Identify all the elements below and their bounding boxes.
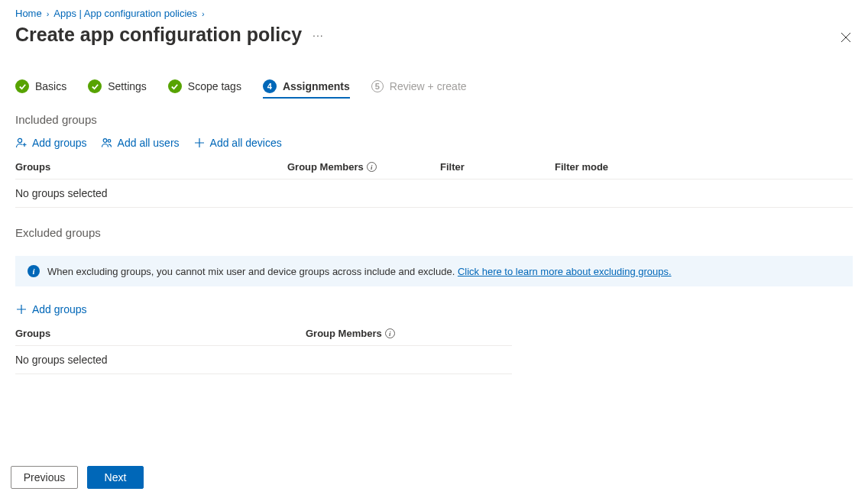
- excluded-info-text: When excluding groups, you cannot mix us…: [47, 266, 672, 277]
- wizard-step-basics[interactable]: Basics: [15, 79, 66, 93]
- next-button[interactable]: Next: [87, 466, 144, 489]
- breadcrumb-link-home[interactable]: Home: [15, 8, 42, 19]
- wizard-footer: Previous Next: [11, 466, 144, 489]
- breadcrumb-link-apps[interactable]: Apps | App configuration policies: [53, 8, 197, 19]
- plus-icon: [15, 303, 28, 315]
- svg-point-0: [18, 138, 21, 142]
- close-icon: [840, 32, 851, 43]
- column-header-members: Group Members i: [306, 328, 458, 339]
- wizard-step-label: Settings: [108, 80, 147, 92]
- people-icon: [101, 137, 113, 149]
- add-groups-label: Add groups: [32, 137, 87, 149]
- chevron-right-icon: ›: [202, 9, 205, 18]
- previous-button[interactable]: Previous: [11, 466, 78, 489]
- included-empty-row: No groups selected: [15, 179, 853, 208]
- add-groups-button-excluded[interactable]: Add groups: [15, 303, 87, 315]
- column-header-filter: Filter: [440, 161, 555, 173]
- person-add-icon: [15, 137, 28, 149]
- info-icon[interactable]: i: [367, 162, 377, 172]
- excluded-info-text-content: When excluding groups, you cannot mix us…: [47, 266, 458, 277]
- excluded-table-header: Groups Group Members i: [15, 328, 512, 346]
- checkmark-icon: [15, 79, 29, 93]
- step-number-icon: 5: [371, 80, 384, 92]
- column-header-groups: Groups: [15, 328, 306, 339]
- wizard-step-scope-tags[interactable]: Scope tags: [168, 79, 241, 93]
- chevron-right-icon: ›: [47, 9, 50, 18]
- wizard-steps: Basics Settings Scope tags 4 Assignments…: [15, 79, 853, 98]
- excluded-action-bar: Add groups: [15, 303, 853, 315]
- included-groups-heading: Included groups: [15, 113, 853, 126]
- svg-point-2: [108, 140, 111, 143]
- wizard-step-label: Review + create: [390, 80, 467, 92]
- excluded-groups-heading: Excluded groups: [15, 226, 853, 239]
- wizard-step-assignments[interactable]: 4 Assignments: [263, 79, 350, 93]
- add-all-users-button[interactable]: Add all users: [101, 137, 180, 149]
- wizard-step-review-create: 5 Review + create: [371, 80, 467, 92]
- add-all-devices-label: Add all devices: [210, 137, 282, 149]
- wizard-step-label: Scope tags: [188, 80, 241, 92]
- info-icon[interactable]: i: [385, 328, 395, 338]
- info-icon: i: [28, 265, 40, 277]
- wizard-step-label: Assignments: [283, 80, 350, 92]
- add-groups-label-excluded: Add groups: [32, 303, 87, 315]
- column-header-filter-mode: Filter mode: [555, 161, 853, 173]
- column-header-members-label: Group Members: [287, 161, 364, 173]
- excluded-empty-row: No groups selected: [15, 346, 512, 374]
- add-all-devices-button[interactable]: Add all devices: [193, 137, 282, 149]
- included-action-bar: Add groups Add all users Add all devices: [15, 137, 853, 149]
- svg-point-1: [103, 139, 107, 143]
- breadcrumb: Home › Apps | App configuration policies…: [15, 6, 853, 22]
- add-all-users-label: Add all users: [118, 137, 180, 149]
- column-header-members-label: Group Members: [306, 328, 382, 339]
- column-header-members: Group Members i: [287, 161, 440, 173]
- checkmark-icon: [88, 79, 102, 93]
- excluded-info-banner: i When excluding groups, you cannot mix …: [15, 256, 853, 286]
- close-button[interactable]: [840, 32, 851, 45]
- step-number-icon: 4: [263, 79, 277, 93]
- wizard-step-settings[interactable]: Settings: [88, 79, 147, 93]
- page-title: Create app configuration policy: [15, 24, 302, 46]
- excluded-info-link[interactable]: Click here to learn more about excluding…: [458, 266, 672, 277]
- column-header-groups: Groups: [15, 161, 287, 173]
- plus-icon: [193, 137, 206, 149]
- wizard-step-label: Basics: [35, 80, 66, 92]
- more-menu-button[interactable]: ···: [313, 29, 324, 41]
- included-table-header: Groups Group Members i Filter Filter mod…: [15, 161, 853, 179]
- add-groups-button[interactable]: Add groups: [15, 137, 87, 149]
- checkmark-icon: [168, 79, 182, 93]
